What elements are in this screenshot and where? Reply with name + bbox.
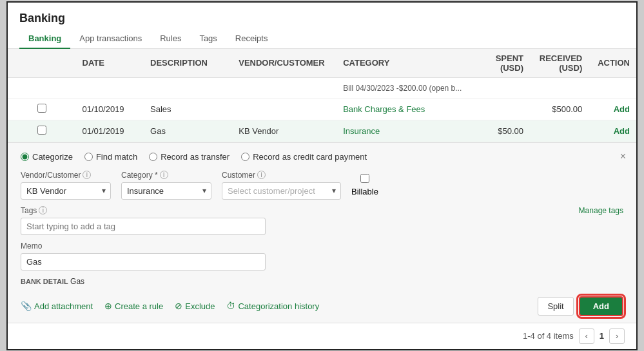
banking-window: Banking Banking App transactions Rules T… — [6, 1, 638, 350]
tags-section: Tags i Manage tags — [21, 206, 623, 235]
billable-group: Billable — [351, 174, 378, 200]
tab-bar: Banking App transactions Rules Tags Rece… — [8, 29, 636, 49]
col-header-date: DATE — [76, 49, 144, 78]
radio-find-match-input[interactable] — [84, 153, 93, 161]
action-bar: 📎 Add attachment ⊕ Create a rule ⊘ Exclu… — [21, 292, 623, 316]
customer-info-icon: i — [257, 171, 266, 179]
tab-app-transactions[interactable]: App transactions — [70, 29, 151, 49]
col-header-vendor: VENDOR/CUSTOMER — [232, 49, 337, 78]
category-label: Category * i — [121, 171, 211, 180]
row-spent — [476, 98, 530, 120]
vendor-label: Vendor/Customer i — [21, 171, 111, 180]
close-button[interactable]: × — [620, 151, 626, 162]
customer-select[interactable]: Select customer/project — [222, 182, 341, 200]
exclude-icon: ⊘ — [175, 301, 182, 311]
row-description: Gas — [144, 120, 232, 142]
add-attachment-link[interactable]: 📎 Add attachment — [21, 301, 93, 311]
row-received — [530, 77, 589, 98]
row-action[interactable]: Add — [589, 98, 636, 120]
vendor-select-wrapper[interactable]: KB Vendor — [21, 182, 111, 200]
tab-receipts[interactable]: Receipts — [226, 29, 277, 49]
row-checkbox-cell[interactable] — [8, 120, 76, 142]
customer-group: Customer i Select customer/project — [222, 171, 341, 200]
tags-info-icon: i — [39, 206, 47, 214]
col-header-spent: SPENT (USD) — [476, 49, 530, 78]
tags-header: Tags i Manage tags — [21, 206, 623, 215]
row-category[interactable]: Insurance — [337, 120, 475, 142]
table-row-expanded: 01/01/2019 Gas KB Vendor Insurance $50.0… — [8, 120, 636, 142]
col-header-description: DESCRIPTION — [144, 49, 232, 78]
col-header-action: ACTION — [589, 49, 636, 78]
tab-tags[interactable]: Tags — [190, 29, 226, 49]
billable-checkbox[interactable] — [360, 174, 369, 183]
vendor-group: Vendor/Customer i KB Vendor — [21, 171, 111, 200]
action-buttons: Split Add — [538, 296, 623, 316]
col-header-category: CATEGORY — [337, 49, 475, 78]
row-vendor — [232, 77, 337, 98]
memo-section: Memo — [21, 242, 623, 270]
category-select-wrapper[interactable]: Insurance — [121, 182, 211, 200]
form-row-main: Vendor/Customer i KB Vendor Category * i… — [21, 171, 623, 200]
memo-label: Memo — [21, 242, 623, 251]
prev-page-button[interactable]: ‹ — [579, 328, 594, 344]
history-icon: ⏱ — [226, 301, 235, 311]
table-row: 01/10/2019 Sales Bank Charges & Fees $50… — [8, 98, 636, 120]
radio-record-transfer-input[interactable] — [149, 153, 157, 161]
col-header-check — [8, 49, 76, 78]
row-checkbox[interactable] — [37, 104, 46, 113]
radio-find-match[interactable]: Find match — [84, 152, 137, 162]
radio-categorize-input[interactable] — [21, 153, 29, 161]
attachment-icon: 📎 — [21, 301, 32, 311]
detail-panel: × Categorize Find match Record as transf… — [8, 142, 636, 323]
tags-input[interactable] — [21, 218, 266, 235]
row-date — [76, 77, 144, 98]
customer-select-wrapper[interactable]: Select customer/project — [222, 182, 341, 200]
radio-record-credit-input[interactable] — [241, 153, 249, 161]
memo-input[interactable] — [21, 253, 266, 270]
create-rule-link[interactable]: ⊕ Create a rule — [104, 301, 163, 311]
tab-rules[interactable]: Rules — [151, 29, 190, 49]
current-page: 1 — [600, 331, 604, 341]
bank-detail: BANK DETAIL Gas — [21, 277, 623, 286]
row-action[interactable]: Add — [589, 120, 636, 142]
radio-categorize[interactable]: Categorize — [21, 152, 73, 162]
row-spent — [476, 77, 530, 98]
row-received — [530, 120, 589, 142]
billable-label: Billable — [351, 187, 378, 196]
row-description: Sales — [144, 98, 232, 120]
customer-label: Customer i — [222, 171, 341, 180]
split-button[interactable]: Split — [538, 297, 573, 316]
row-date: 01/10/2019 — [76, 98, 144, 120]
vendor-select[interactable]: KB Vendor — [21, 182, 111, 200]
row-received: $500.00 — [530, 98, 589, 120]
categorization-history-link[interactable]: ⏱ Categorization history — [226, 301, 319, 311]
row-description — [144, 77, 232, 98]
row-checkbox-cell[interactable] — [8, 98, 76, 120]
row-spent: $50.00 — [476, 120, 530, 142]
radio-record-credit[interactable]: Record as credit card payment — [241, 152, 367, 162]
row-checkbox[interactable] — [37, 126, 46, 135]
page-title: Banking — [8, 3, 636, 29]
tags-label: Tags i — [21, 206, 47, 215]
pagination-items: 1-4 of 4 items — [523, 331, 574, 341]
row-vendor — [232, 98, 337, 120]
exclude-link[interactable]: ⊘ Exclude — [175, 301, 215, 311]
action-links: 📎 Add attachment ⊕ Create a rule ⊘ Exclu… — [21, 301, 319, 311]
next-page-button[interactable]: › — [609, 328, 625, 344]
pagination-row: 1-4 of 4 items ‹ 1 › — [8, 323, 636, 349]
row-action — [589, 77, 636, 98]
category-select[interactable]: Insurance — [121, 182, 211, 200]
tab-banking[interactable]: Banking — [19, 29, 70, 49]
col-header-received: RECEIVED (USD) — [530, 49, 589, 78]
add-button[interactable]: Add — [579, 296, 623, 316]
transactions-table: DATE DESCRIPTION VENDOR/CUSTOMER CATEGOR… — [8, 49, 636, 142]
table-row: Bill 04/30/2023 -$200.00 (open b... — [8, 77, 636, 98]
create-rule-icon: ⊕ — [104, 301, 112, 311]
row-checkbox-cell — [8, 77, 76, 98]
vendor-info-icon: i — [83, 171, 91, 179]
row-category[interactable]: Bank Charges & Fees — [337, 98, 475, 120]
manage-tags-link[interactable]: Manage tags — [579, 206, 623, 215]
category-group: Category * i Insurance — [121, 171, 211, 200]
radio-record-transfer[interactable]: Record as transfer — [149, 152, 229, 162]
radio-options-row: Categorize Find match Record as transfer… — [21, 152, 623, 162]
